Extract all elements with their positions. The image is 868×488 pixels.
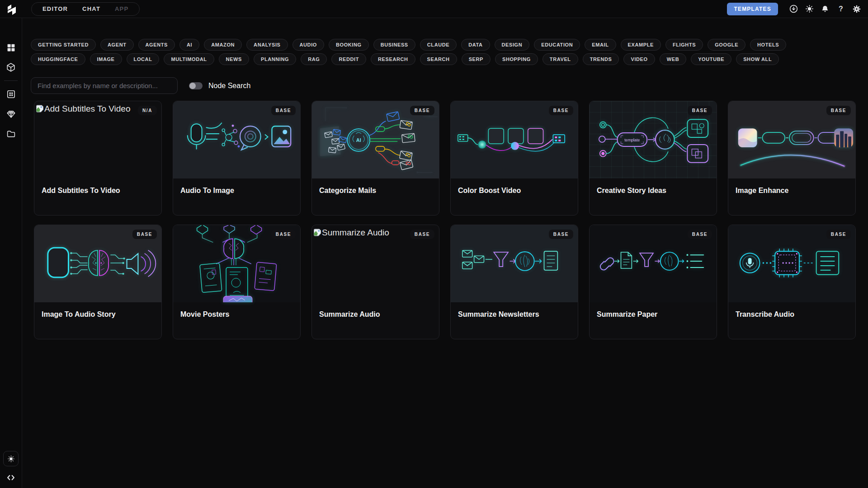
template-card[interactable]: BASE Movie Posters [173,225,301,339]
search-input[interactable] [31,77,178,94]
filter-tag[interactable]: GOOGLE [708,39,745,51]
template-card[interactable]: BASE Color Boost Video [450,101,578,216]
template-badge: N/A [138,106,157,115]
filter-tag[interactable]: DATA [461,39,490,51]
filter-tag[interactable]: BUSINESS [373,39,415,51]
template-card[interactable]: BASE Summarize Paper [589,225,717,339]
topbar-actions: TEMPLATES ? [727,3,862,15]
template-card-title: Color Boost Video [451,178,578,203]
template-card-title: Image Enhance [728,178,855,203]
app-logo[interactable] [6,3,18,15]
node-search-toggle[interactable] [189,82,203,89]
template-thumbnail: BASE [728,101,855,178]
svg-text:template: template [624,138,640,142]
filter-tag[interactable]: VIDEO [623,53,655,65]
filter-tag[interactable]: ANALYSIS [246,39,288,51]
filter-tag[interactable]: BOOKING [329,39,369,51]
template-badge: BASE [549,106,573,115]
template-card-title: Summarize Audio [312,302,439,327]
tab-editor[interactable]: EDITOR [37,4,73,14]
filter-tag[interactable]: REDDIT [331,53,366,65]
dashboard-icon[interactable] [6,42,16,52]
template-thumbnail: Summarize Audio BASE [312,225,439,302]
app-logo-icon [6,3,18,15]
template-card[interactable]: template [589,101,717,216]
template-thumbnail: Add Subtitles To Video N/A [34,101,161,178]
settings-icon[interactable] [852,4,862,14]
help-icon[interactable]: ? [836,4,846,14]
filter-tag[interactable]: SERP [462,53,491,65]
filter-tag[interactable]: LOCAL [127,53,160,65]
filter-tag[interactable]: TRENDS [583,53,619,65]
broken-image-icon [313,228,322,239]
broken-image-icon [36,104,44,115]
template-thumbnail: AI [312,101,439,178]
sun-icon[interactable] [3,451,19,466]
filter-tag[interactable]: FLIGHTS [665,39,703,51]
template-badge: BASE [826,230,851,239]
tab-chat[interactable]: CHAT [77,4,106,14]
template-badge: BASE [688,230,712,239]
image-alt-text: Summarize Audio [322,228,389,238]
theme-icon[interactable] [804,4,814,14]
filter-tag[interactable]: AMAZON [204,39,242,51]
template-card-title: Summarize Paper [590,302,717,327]
show-all-button[interactable]: SHOW ALL [736,53,779,65]
search-row: Node Search [31,77,868,94]
tab-app[interactable]: APP [109,4,134,14]
filter-tag[interactable]: IMAGE [90,53,122,65]
filter-tag[interactable]: EXAMPLE [621,39,661,51]
filter-tag[interactable]: EDUCATION [534,39,580,51]
image-alt-text: Add Subtitles To Video [44,104,131,114]
template-card[interactable]: Summarize Audio BASE Summarize Audio [311,225,439,339]
filter-tag[interactable]: SEARCH [420,53,457,65]
template-card[interactable]: AI [311,101,439,216]
filter-tag[interactable]: PLANNING [254,53,296,65]
filter-tag[interactable]: TRAVEL [542,53,578,65]
template-thumbnail: BASE [451,101,578,178]
folder-icon[interactable] [6,129,16,139]
filter-tag[interactable]: SHOPPING [495,53,538,65]
apps-icon[interactable] [6,89,16,99]
filter-tag[interactable]: AGENTS [138,39,175,51]
template-card-title: Creative Story Ideas [590,178,717,203]
template-card[interactable]: BASE Audio To Image [173,101,301,216]
filter-row-2: HUGGINGFACE IMAGE LOCAL MULTIMODAL NEWS … [31,53,868,65]
template-card[interactable]: BASE Transcribe Audio [728,225,856,339]
template-badge: BASE [549,230,573,239]
template-badge: BASE [132,230,157,239]
template-card[interactable]: BASE Summarize Newsletters [450,225,578,339]
template-thumbnail: BASE [451,225,578,302]
filter-tag[interactable]: WEB [660,53,686,65]
filter-tag[interactable]: EMAIL [585,39,616,51]
filter-tag[interactable]: RESEARCH [371,53,415,65]
filter-tag[interactable]: HOTELS [750,39,786,51]
download-icon[interactable] [788,4,798,14]
templates-button[interactable]: TEMPLATES [727,3,778,15]
template-card[interactable]: Add Subtitles To Video N/A Add Subtitles… [34,101,162,216]
filter-tag[interactable]: NEWS [219,53,249,65]
template-card-title: Transcribe Audio [728,302,855,327]
filter-tag[interactable]: CLAUDE [420,39,457,51]
filter-tag[interactable]: GETTING STARTED [31,39,96,51]
template-card[interactable]: BASE Image To Audio Story [34,225,162,339]
svg-text:AI: AI [356,137,361,143]
template-badge: BASE [410,230,434,239]
filter-tag[interactable]: AUDIO [292,39,324,51]
template-card-title: Audio To Image [173,178,300,203]
package-icon[interactable] [6,62,16,72]
sidebar-divider [4,80,18,81]
filter-tag[interactable]: HUGGINGFACE [31,53,85,65]
filter-tag[interactable]: AI [179,39,199,51]
filter-tag[interactable]: AGENT [100,39,134,51]
gem-icon[interactable] [6,109,16,119]
notifications-icon[interactable] [820,4,830,14]
filter-tag[interactable]: YOUTUBE [691,53,731,65]
code-icon[interactable] [5,473,17,483]
filter-tag[interactable]: DESIGN [495,39,530,51]
template-card[interactable]: BASE Image Enhance [728,101,856,216]
filter-tag[interactable]: RAG [301,53,327,65]
template-card-title: Categorize Mails [312,178,439,203]
filter-tag[interactable]: MULTIMODAL [164,53,214,65]
mode-tabs: EDITOR CHAT APP [31,2,140,16]
